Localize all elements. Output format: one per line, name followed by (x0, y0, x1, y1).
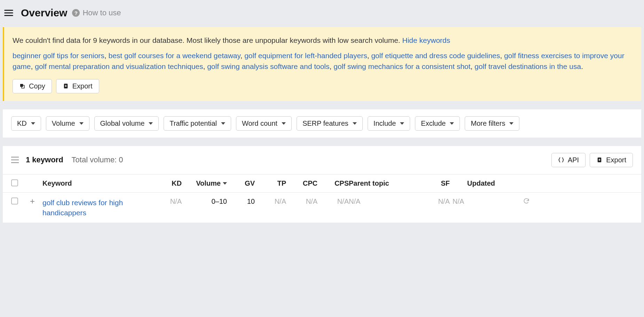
list-menu-icon[interactable] (11, 157, 19, 163)
braces-icon (558, 157, 564, 163)
chevron-down-icon (509, 122, 513, 125)
filter-volume[interactable]: Volume (46, 116, 89, 131)
alert-actions: Copy Export (13, 79, 633, 93)
chevron-down-icon (282, 122, 286, 125)
results-export-button[interactable]: Export (590, 153, 633, 167)
alert-keyword-link[interactable]: beginner golf tips for seniors (13, 52, 104, 60)
col-cpc[interactable]: CPC (303, 179, 317, 187)
copy-button[interactable]: Copy (13, 79, 52, 93)
results-count: 1 keyword (26, 155, 63, 164)
cell-sf: N/A (411, 198, 450, 206)
alert-keyword-link[interactable]: golf equipment for left-handed players (244, 52, 367, 60)
filter-word-count[interactable]: Word count (236, 116, 292, 131)
filter-kd[interactable]: KD (11, 116, 41, 131)
cell-updated: N/A (450, 198, 495, 206)
alert-keyword-link[interactable]: golf swing analysis software and tools (207, 62, 329, 70)
menu-icon[interactable] (3, 8, 14, 18)
cell-cps: N/A (317, 198, 349, 206)
chevron-down-icon (221, 122, 225, 125)
export-button[interactable]: Export (56, 79, 99, 93)
results-export-label: Export (606, 156, 626, 164)
results-panel: 1 keyword Total volume: 0 API Export Key… (3, 146, 641, 223)
keyword-link[interactable]: golf club reviews for high handicappers (42, 199, 123, 217)
export-icon (63, 83, 69, 89)
filter-exclude[interactable]: Exclude (415, 116, 460, 131)
keywords-table: Keyword KD Volume GV TP CPC CPS Parent t… (3, 175, 641, 223)
table-header-row: Keyword KD Volume GV TP CPC CPS Parent t… (3, 175, 641, 193)
cell-tp: N/A (255, 198, 286, 206)
filter-global-volume[interactable]: Global volume (94, 116, 159, 131)
alert-keyword-link[interactable]: golf swing mechanics for a consistent sh… (333, 62, 470, 70)
expand-icon[interactable]: + (29, 198, 36, 205)
api-label: API (568, 156, 579, 164)
cell-gv: 10 (227, 198, 255, 206)
col-tp[interactable]: TP (277, 179, 286, 187)
results-header: 1 keyword Total volume: 0 API Export (3, 146, 641, 175)
cell-parent-topic: N/A (349, 198, 411, 206)
col-kd[interactable]: KD (172, 179, 182, 187)
alert-keyword-list: beginner golf tips for seniors, best gol… (13, 50, 633, 72)
row-checkbox[interactable] (11, 198, 18, 204)
api-button[interactable]: API (551, 153, 586, 167)
total-volume: Total volume: 0 (72, 155, 123, 164)
alert-keyword-link[interactable]: best golf courses for a weekend getaway (108, 52, 240, 60)
table-row: + golf club reviews for high handicapper… (3, 193, 641, 223)
refresh-button[interactable] (495, 198, 530, 206)
how-to-use-label: How to use (83, 8, 121, 17)
col-cps[interactable]: CPS (335, 179, 349, 187)
col-volume[interactable]: Volume (182, 179, 227, 187)
col-parent-topic[interactable]: Parent topic (349, 179, 389, 187)
cell-kd: N/A (150, 198, 182, 206)
chevron-down-icon (400, 122, 404, 125)
chevron-down-icon (450, 122, 454, 125)
hide-keywords-link[interactable]: Hide keywords (402, 36, 450, 44)
cell-volume: 0–10 (182, 198, 227, 206)
page-title: Overview (21, 7, 67, 19)
col-keyword[interactable]: Keyword (42, 179, 72, 187)
page-header: Overview ? How to use (0, 0, 644, 27)
sort-desc-icon (223, 182, 227, 185)
filter-serp-features[interactable]: SERP features (297, 116, 363, 131)
alert-keyword-link[interactable]: golf etiquette and dress code guidelines (371, 52, 500, 60)
col-sf[interactable]: SF (441, 179, 450, 187)
alert-keyword-link[interactable]: golf mental preparation and visualizatio… (35, 62, 203, 70)
missing-keywords-alert: We couldn't find data for 9 keywords in … (3, 27, 641, 101)
alert-message: We couldn't find data for 9 keywords in … (13, 35, 633, 46)
chevron-down-icon (353, 122, 357, 125)
alert-text: We couldn't find data for 9 keywords in … (13, 36, 400, 44)
export-label: Export (72, 82, 93, 90)
help-icon: ? (72, 9, 80, 17)
select-all-checkbox[interactable] (11, 179, 18, 186)
col-updated[interactable]: Updated (467, 179, 495, 187)
filter-more-filters[interactable]: More filters (465, 116, 519, 131)
svg-rect-1 (20, 84, 23, 87)
how-to-use-link[interactable]: ? How to use (72, 8, 121, 17)
filters-panel: KD Volume Global volume Traffic potentia… (3, 109, 641, 138)
chevron-down-icon (31, 122, 35, 125)
copy-label: Copy (29, 82, 45, 90)
chevron-down-icon (79, 122, 84, 125)
col-gv[interactable]: GV (245, 179, 255, 187)
export-icon (596, 157, 603, 163)
cell-cpc: N/A (286, 198, 317, 206)
filter-include[interactable]: Include (368, 116, 410, 131)
chevron-down-icon (149, 122, 153, 125)
filter-traffic-potential[interactable]: Traffic potential (164, 116, 231, 131)
copy-icon (19, 83, 25, 89)
alert-keyword-link[interactable]: golf travel destinations in the usa (474, 62, 581, 70)
